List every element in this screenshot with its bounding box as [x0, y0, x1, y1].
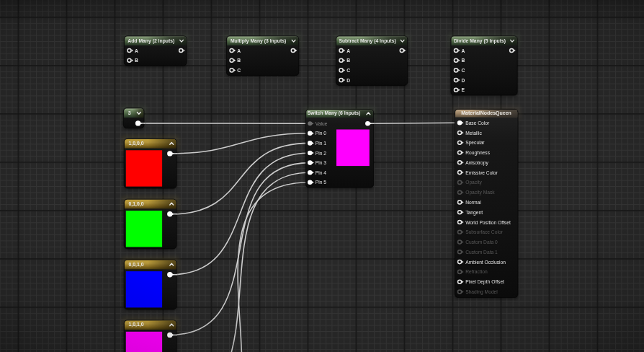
- svg-text:A: A: [237, 48, 241, 53]
- svg-text:Emissive Color: Emissive Color: [465, 170, 498, 175]
- svg-text:Subtract Many (4 Inputs): Subtract Many (4 Inputs): [339, 38, 395, 44]
- svg-text:Tangent: Tangent: [465, 210, 483, 216]
- svg-text:B: B: [346, 58, 350, 63]
- svg-text:Value: Value: [316, 121, 328, 126]
- svg-text:B: B: [237, 58, 241, 63]
- svg-text:D: D: [346, 78, 350, 83]
- svg-text:D: D: [462, 78, 465, 83]
- svg-text:Custom Data 0: Custom Data 0: [465, 239, 498, 245]
- svg-text:Metallic: Metallic: [465, 131, 482, 136]
- svg-text:Pin 0: Pin 0: [316, 131, 327, 136]
- svg-text:Pixel Depth Offset: Pixel Depth Offset: [465, 279, 504, 285]
- svg-text:Base Color: Base Color: [465, 120, 490, 126]
- svg-text:1,0,1,0: 1,0,1,0: [128, 322, 143, 327]
- svg-text:C: C: [346, 68, 350, 73]
- svg-text:Pin 5: Pin 5: [316, 180, 327, 185]
- svg-text:Switch Many (6 Inputs): Switch Many (6 Inputs): [308, 110, 361, 116]
- svg-text:0,0,1,0: 0,0,1,0: [128, 262, 143, 268]
- svg-text:Anisotropy: Anisotropy: [465, 160, 488, 166]
- svg-text:Specular: Specular: [465, 140, 485, 146]
- svg-text:Opacity: Opacity: [465, 180, 482, 185]
- svg-text:Shading Model: Shading Model: [465, 289, 498, 295]
- svg-text:Refraction: Refraction: [465, 269, 488, 274]
- svg-text:Pin 4: Pin 4: [316, 170, 327, 175]
- svg-text:Opacity Mask: Opacity Mask: [465, 190, 495, 195]
- svg-text:Multiply Many (3 Inputs): Multiply Many (3 Inputs): [231, 38, 286, 44]
- svg-text:World Position Offset: World Position Offset: [465, 220, 511, 225]
- svg-text:C: C: [462, 68, 465, 73]
- svg-text:A: A: [346, 48, 350, 53]
- svg-text:Divide Many (5 Inputs): Divide Many (5 Inputs): [454, 38, 506, 44]
- svg-text:Roughness: Roughness: [465, 150, 490, 156]
- svg-text:Normal: Normal: [465, 200, 481, 205]
- svg-text:Custom Data 1: Custom Data 1: [465, 250, 498, 255]
- svg-text:A: A: [462, 48, 465, 53]
- svg-text:B: B: [462, 58, 465, 63]
- svg-text:B: B: [135, 58, 138, 63]
- svg-text:A: A: [135, 48, 138, 53]
- svg-text:E: E: [462, 87, 465, 92]
- svg-text:0,1,0,0: 0,1,0,0: [128, 201, 143, 207]
- svg-text:Add Many (2 Inputs): Add Many (2 Inputs): [128, 38, 174, 44]
- svg-text:MaterialNodesQueen: MaterialNodesQueen: [461, 110, 511, 116]
- svg-text:C: C: [237, 68, 241, 73]
- svg-text:Ambient Occlusion: Ambient Occlusion: [465, 260, 506, 265]
- svg-text:Pin 2: Pin 2: [316, 151, 327, 156]
- svg-text:1,0,0,0: 1,0,0,0: [128, 141, 143, 146]
- svg-text:Pin 3: Pin 3: [316, 160, 327, 165]
- svg-text:3: 3: [128, 110, 131, 115]
- svg-text:Subsurface Color: Subsurface Color: [465, 229, 503, 234]
- svg-text:Pin 1: Pin 1: [316, 141, 327, 146]
